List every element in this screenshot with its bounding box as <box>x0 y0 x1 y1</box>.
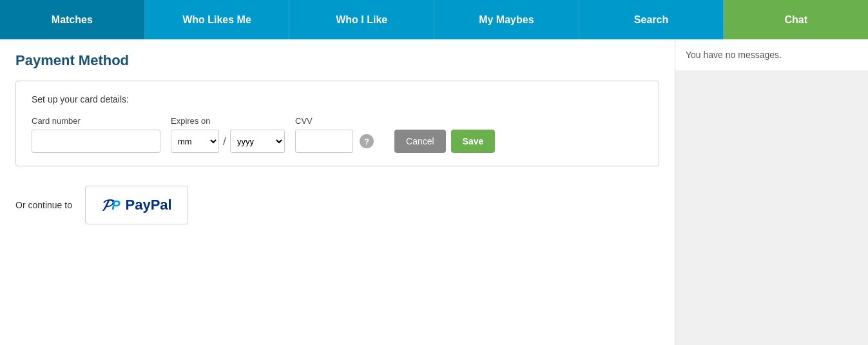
card-number-group: Card number <box>32 116 160 153</box>
date-separator: / <box>223 130 226 153</box>
expires-year-select[interactable]: yyyy 2024 2025 2026 2027 2028 2029 2030 <box>230 130 285 153</box>
chat-sidebar: You have no messages. <box>675 39 868 345</box>
cvv-input[interactable] <box>295 130 353 153</box>
paypal-button[interactable]: 𝓟 P PayPal <box>85 186 188 224</box>
expires-row: mm 01 02 03 04 05 06 07 08 09 10 <box>171 130 285 153</box>
expires-month-select[interactable]: mm 01 02 03 04 05 06 07 08 09 10 <box>171 130 219 153</box>
paypal-icon-blue: 𝓟 <box>101 196 111 214</box>
nav-label-who-i-like: Who I Like <box>336 14 387 26</box>
card-number-input[interactable] <box>32 130 160 153</box>
cvv-label: CVV <box>295 116 374 126</box>
setup-label: Set up your card details: <box>32 94 643 104</box>
nav-item-search[interactable]: Search <box>579 0 724 39</box>
paypal-icon-light: P <box>111 198 120 213</box>
expires-group: Expires on mm 01 02 03 04 05 06 07 <box>171 116 285 153</box>
save-button[interactable]: Save <box>451 130 496 153</box>
card-details-box: Set up your card details: Card number Ex… <box>15 81 659 166</box>
nav-item-who-i-like[interactable]: Who I Like <box>289 0 434 39</box>
content-area: Payment Method Set up your card details:… <box>0 39 675 345</box>
expires-label: Expires on <box>171 116 285 126</box>
action-buttons: Cancel Save <box>394 130 495 153</box>
card-number-label: Card number <box>32 116 160 126</box>
paypal-section: Or continue to 𝓟 P PayPal <box>15 186 659 224</box>
nav-item-who-likes-me[interactable]: Who Likes Me <box>145 0 290 39</box>
nav-label-my-maybes: My Maybes <box>479 14 534 26</box>
page-title: Payment Method <box>15 52 659 69</box>
cvv-help-icon[interactable]: ? <box>360 134 374 148</box>
chat-scroll-area[interactable] <box>675 70 868 345</box>
form-row: Card number Expires on mm 01 02 03 <box>32 116 643 153</box>
nav-item-my-maybes[interactable]: My Maybes <box>434 0 579 39</box>
paypal-continue-text: Or continue to <box>15 200 72 210</box>
paypal-text: PayPal <box>126 197 172 213</box>
paypal-logo: 𝓟 P PayPal <box>101 196 172 214</box>
nav-item-chat[interactable]: Chat <box>724 0 868 39</box>
main-body: Payment Method Set up your card details:… <box>0 39 868 345</box>
chat-no-messages: You have no messages. <box>675 39 868 70</box>
nav-label-chat: Chat <box>784 14 807 26</box>
nav-bar: Matches Who Likes Me Who I Like My Maybe… <box>0 0 868 39</box>
nav-label-search: Search <box>634 14 668 26</box>
cancel-button[interactable]: Cancel <box>394 130 446 153</box>
nav-item-matches[interactable]: Matches <box>0 0 145 39</box>
nav-label-matches: Matches <box>52 14 93 26</box>
cvv-group: CVV ? <box>295 116 374 153</box>
nav-label-who-likes-me: Who Likes Me <box>182 14 251 26</box>
app-container: Matches Who Likes Me Who I Like My Maybe… <box>0 0 868 345</box>
